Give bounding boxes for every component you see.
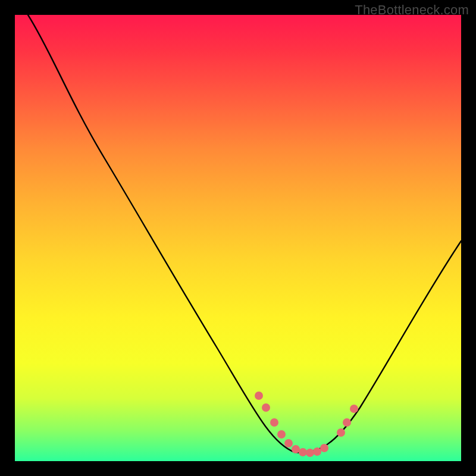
svg-point-9 bbox=[320, 444, 328, 452]
bottleneck-curve bbox=[15, 15, 461, 461]
svg-point-6 bbox=[299, 448, 307, 456]
curve-path bbox=[28, 15, 461, 453]
svg-point-7 bbox=[306, 449, 314, 457]
svg-point-0 bbox=[255, 392, 263, 400]
svg-point-3 bbox=[277, 430, 286, 439]
svg-point-10 bbox=[337, 428, 345, 437]
svg-point-5 bbox=[292, 445, 300, 453]
svg-point-12 bbox=[350, 405, 358, 413]
watermark-text: TheBottleneck.com bbox=[355, 2, 469, 18]
svg-point-1 bbox=[262, 403, 270, 412]
svg-point-8 bbox=[313, 447, 321, 456]
marker-dots bbox=[255, 392, 358, 457]
chart-plot-area bbox=[15, 15, 461, 461]
svg-point-11 bbox=[343, 418, 351, 427]
svg-point-4 bbox=[284, 439, 293, 447]
svg-point-2 bbox=[270, 418, 278, 427]
